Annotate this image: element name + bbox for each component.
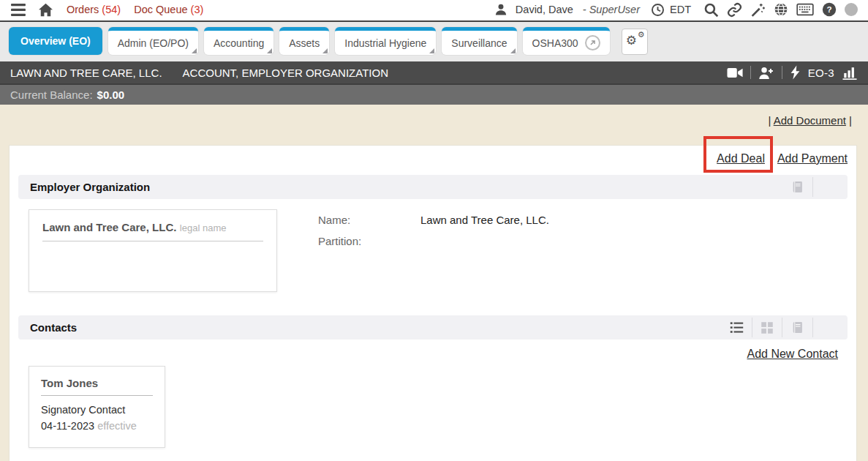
contact-card[interactable]: Tom Jones Signatory Contact 04-11-2023 e… [29, 366, 165, 448]
contact-date: 04-11-2023 [41, 420, 94, 432]
pipe-left: | [768, 114, 771, 127]
add-payment-link[interactable]: Add Payment [777, 152, 848, 165]
pipe-right: | [849, 114, 852, 127]
user-role: - SuperUser [583, 4, 640, 15]
field-value: Lawn and Tree Care, LLC. [420, 214, 549, 226]
employer-card[interactable]: Lawn and Tree Care, LLC. legal name [29, 209, 277, 292]
link-icon[interactable] [727, 2, 742, 18]
tab-admin-eo-po[interactable]: Admin (EO/PO) [108, 27, 198, 55]
tab-label: OSHA300 [532, 37, 578, 49]
list-view-icon[interactable] [730, 321, 744, 334]
content-area: | Add Document | Add Deal Add Payment Em… [0, 105, 868, 461]
contact-date-hint: effective [97, 420, 137, 432]
main-panel: Add Deal Add Payment Employer Organizati… [9, 145, 857, 461]
video-camera-icon[interactable] [727, 67, 743, 79]
employer-organization-body: Lawn and Tree Care, LLC. legal name Name… [29, 209, 848, 292]
tab-accounting[interactable]: Accounting [204, 27, 273, 55]
notebook-icon[interactable] [790, 180, 804, 194]
timezone-label: EDT [670, 4, 691, 15]
balance-bar: Current Balance: $0.00 [0, 83, 868, 105]
lightning-icon[interactable] [790, 65, 801, 80]
tab-label: Admin (EO/PO) [118, 37, 189, 49]
wand-icon[interactable] [750, 2, 766, 18]
balance-label: Current Balance: [10, 89, 93, 101]
add-document-row: | Add Document | [768, 114, 852, 127]
nav-orders[interactable]: Orders (54) [67, 4, 121, 15]
clock-icon[interactable] [651, 3, 665, 17]
status-circle [845, 3, 858, 16]
entity-code: EO-3 [808, 67, 834, 79]
employer-organization-section-header: Employer Organization [18, 175, 848, 199]
person-add-icon[interactable] [758, 66, 774, 80]
user-icon [494, 3, 507, 16]
tab-surveillance[interactable]: Surveillance [442, 27, 516, 55]
keyboard-icon[interactable] [796, 3, 814, 16]
tab-assets[interactable]: Assets [279, 27, 329, 55]
entity-header-bar: LAWN AND TREE CARE, LLC. ACCOUNT, EMPLOY… [0, 61, 868, 83]
tab-osha300[interactable]: OSHA300 [523, 27, 610, 55]
user-name[interactable]: David, Dave [516, 4, 573, 15]
svg-text:?: ? [826, 4, 831, 14]
gear-small-icon: ⚙ [638, 31, 645, 39]
tab-settings-button[interactable]: ⚙ ⚙ [622, 29, 648, 55]
tab-bar: Overview (EO) Admin (EO/PO) Accounting A… [0, 22, 868, 61]
globe-icon[interactable] [774, 2, 788, 17]
add-new-contact-link[interactable]: Add New Contact [747, 348, 838, 360]
contact-name: Tom Jones [41, 377, 153, 389]
orders-label: Orders [67, 4, 99, 15]
tab-label: Surveillance [451, 37, 507, 49]
bar-chart-icon[interactable] [842, 65, 858, 80]
field-row-name: Name: Lawn and Tree Care, LLC. [318, 214, 549, 226]
doc-queue-count: (3) [191, 4, 204, 15]
search-icon[interactable] [703, 2, 719, 18]
entity-type: ACCOUNT, EMPLOYER ORGANIZATION [183, 67, 388, 79]
orders-count: (54) [102, 4, 121, 15]
field-label: Partition: [318, 235, 420, 247]
employer-card-hint: legal name [180, 222, 227, 233]
employer-card-name: Lawn and Tree Care, LLC. [42, 221, 176, 233]
contacts-title: Contacts [30, 321, 77, 334]
external-link-icon[interactable] [585, 35, 600, 50]
grid-view-icon[interactable] [761, 321, 774, 334]
add-deal-link[interactable]: Add Deal [717, 152, 765, 165]
tab-label: Industrial Hygiene [344, 37, 426, 49]
tab-label: Accounting [214, 37, 264, 49]
help-icon[interactable]: ? [822, 2, 837, 17]
tab-label: Overview (EO) [20, 35, 91, 47]
contacts-section-header: Contacts [18, 315, 848, 340]
entity-name: LAWN AND TREE CARE, LLC. [10, 67, 162, 79]
home-icon[interactable] [38, 3, 53, 17]
employer-fields: Name: Lawn and Tree Care, LLC. Partition… [318, 214, 549, 292]
nav-doc-queue[interactable]: Doc Queue (3) [134, 4, 203, 15]
tab-label: Assets [289, 37, 320, 49]
employer-organization-title: Employer Organization [30, 181, 150, 193]
tab-industrial-hygiene[interactable]: Industrial Hygiene [335, 27, 436, 55]
top-bar: Orders (54) Doc Queue (3) David, Dave - … [0, 0, 868, 22]
field-label: Name: [318, 214, 420, 226]
balance-value: $0.00 [97, 89, 125, 101]
add-contact-row: Add New Contact [10, 340, 856, 361]
panel-actions-row: Add Deal Add Payment [717, 152, 848, 165]
field-row-partition: Partition: [318, 235, 549, 247]
notebook-icon[interactable] [790, 321, 804, 334]
add-document-link[interactable]: Add Document [774, 114, 846, 127]
doc-queue-label: Doc Queue [134, 4, 187, 15]
hamburger-menu-icon[interactable] [10, 3, 26, 17]
contact-role: Signatory Contact [41, 402, 153, 419]
gear-icon: ⚙ [626, 34, 637, 47]
tab-overview-eo[interactable]: Overview (EO) [9, 27, 102, 55]
